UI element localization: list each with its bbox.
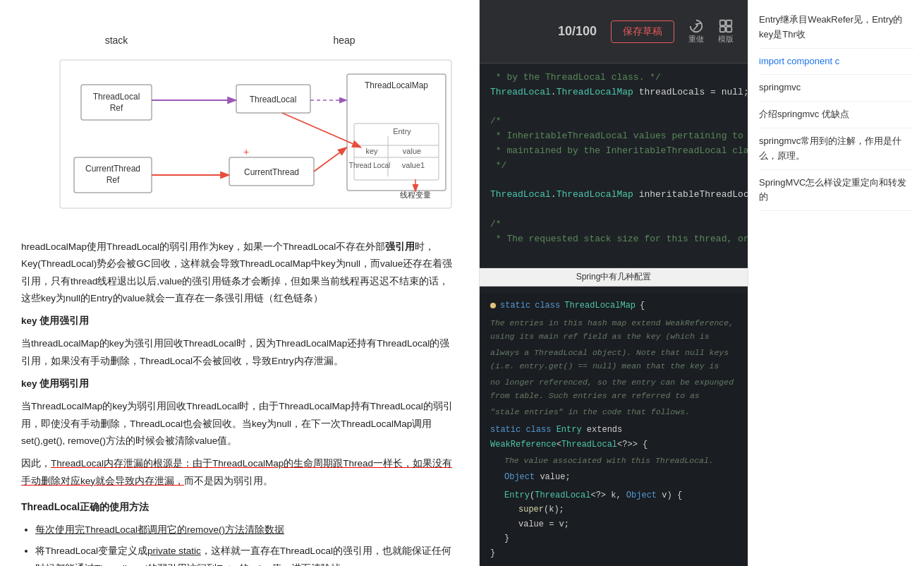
code-line-8: /* bbox=[490, 217, 737, 232]
doc-comment-4: "stale entries" in the code that follows… bbox=[490, 405, 737, 419]
code-line-blank3 bbox=[490, 203, 737, 217]
object-value-line: Object value; bbox=[504, 470, 737, 484]
svg-text:CurrentThread: CurrentThread bbox=[244, 167, 299, 177]
spring-label: Spring中有几种配置 bbox=[480, 268, 748, 287]
svg-rect-32 bbox=[720, 27, 725, 32]
right-item-springmvc-redirect[interactable]: SpringMVC怎么样设定重定向和转发的 bbox=[759, 170, 913, 212]
static-class-block: static class ThreadLocalMap { The entrie… bbox=[480, 293, 748, 566]
threadlocal-diagram: stack heap ThreadLocal Ref ThreadLocal T… bbox=[21, 7, 458, 226]
svg-text:Entry: Entry bbox=[393, 127, 411, 136]
svg-text:+: + bbox=[243, 146, 249, 157]
close-brace-2: } bbox=[490, 546, 737, 560]
svg-text:value: value bbox=[403, 147, 421, 155]
diagram-container: stack heap ThreadLocal Ref ThreadLocal T… bbox=[21, 7, 458, 228]
code-line-9: * The requested stack size for this thre… bbox=[490, 232, 737, 247]
para2: 当threadLocalMap的key为强引用回收ThreadLocal时，因为… bbox=[21, 335, 458, 370]
code-line-blank2 bbox=[490, 174, 737, 188]
static-keyword: static bbox=[500, 299, 530, 313]
right-item-springmvc[interactable]: springmvc bbox=[759, 75, 913, 102]
entry-constructor: Entry(ThreadLocal<?> k, Object v) { bbox=[504, 488, 737, 502]
usage-list: 每次使用完ThreadLocal都调用它的remove()方法清除数据 将Thr… bbox=[21, 522, 458, 566]
close-brace-1: } bbox=[504, 531, 737, 546]
heap-label: heap bbox=[333, 35, 355, 46]
text-content: hreadLocalMap使用ThreadLocal的弱引用作为key，如果一个… bbox=[21, 239, 458, 566]
svg-text:ThreadLocal: ThreadLocal bbox=[93, 92, 140, 102]
svg-rect-30 bbox=[720, 20, 725, 25]
svg-text:key: key bbox=[365, 147, 378, 155]
yellow-dot bbox=[490, 303, 496, 308]
svg-rect-31 bbox=[727, 20, 731, 25]
svg-text:Ref: Ref bbox=[110, 103, 123, 113]
right-panel: Entry继承目WeakRefer见，Entry的key是Thr收 import… bbox=[748, 0, 924, 566]
value-v-line: value = v; bbox=[518, 517, 737, 531]
threadlocalmap-name: ThreadLocalMap bbox=[564, 299, 636, 313]
svg-text:线程变量: 线程变量 bbox=[400, 191, 431, 199]
para3: 当ThreadLocalMap的key为弱引用回收ThreadLocal时，由于… bbox=[21, 398, 458, 450]
right-item-1: Entry继承目WeakRefer见，Entry的key是Thr收 bbox=[759, 7, 913, 49]
svg-text:Ref: Ref bbox=[107, 175, 120, 185]
doc-comment-3: no longer referenced, so the entry can b… bbox=[490, 375, 737, 403]
code-line-4: * InheritableThreadLocal values pertaini… bbox=[490, 129, 737, 144]
top-toolbar: 10/100 保存草稿 重做 模版 bbox=[480, 0, 748, 64]
code-line-2: ThreadLocal.ThreadLocalMap threadLocals … bbox=[490, 85, 737, 100]
entry-value-doc: The value associated with this ThreadLoc… bbox=[504, 454, 737, 468]
stack-label: stack bbox=[105, 35, 129, 46]
svg-text:ThreadLocal: ThreadLocal bbox=[250, 95, 297, 104]
doc-comment-2: always a ThreadLocal object). Note that … bbox=[490, 346, 737, 373]
svg-rect-33 bbox=[727, 27, 731, 32]
bullet1: 每次使用完ThreadLocal都调用它的remove()方法清除数据 bbox=[35, 522, 458, 538]
template-button[interactable]: 模版 bbox=[718, 18, 734, 44]
code-line-7: ThreadLocal.ThreadLocalMap inheritableTh… bbox=[490, 188, 737, 203]
left-panel: stack heap ThreadLocal Ref ThreadLocal T… bbox=[0, 0, 480, 566]
svg-text:CurrentThread: CurrentThread bbox=[85, 164, 140, 174]
right-item-springmvc-annotations[interactable]: springmvc常用到的注解，作用是什么，原理。 bbox=[759, 128, 913, 170]
doc-comment-1: The entries in this hash map extend Weak… bbox=[490, 316, 737, 344]
svg-text:ThreadLocalMap: ThreadLocalMap bbox=[365, 80, 428, 90]
para4: 因此，ThreadLocal内存泄漏的根源是：由于ThreadLocalMap的… bbox=[21, 455, 458, 490]
para1: hreadLocalMap使用ThreadLocal的弱引用作为key，如果一个… bbox=[21, 239, 458, 307]
svg-text:value1: value1 bbox=[402, 161, 425, 169]
static-header: static class ThreadLocalMap { bbox=[490, 299, 737, 313]
para4-underline: ThreadLocal内存泄漏的根源是：由于ThreadLocalMap的生命周… bbox=[21, 458, 452, 486]
svg-line-25 bbox=[314, 148, 346, 171]
code-line-3: /* bbox=[490, 114, 737, 129]
counter: 10/100 bbox=[558, 24, 597, 39]
code-line-1: * by the ThreadLocal class. */ bbox=[490, 71, 737, 85]
code-line-5: * maintained by the InheritableThreadLoc… bbox=[490, 144, 737, 159]
code-line-6: */ bbox=[490, 159, 737, 174]
middle-panel: 10/100 保存草稿 重做 模版 * by the ThreadLocal c… bbox=[480, 0, 748, 566]
entry-class-line: static class Entry extends WeakReference… bbox=[490, 423, 737, 452]
right-item-springmvc-intro[interactable]: 介绍springmvc 优缺点 bbox=[759, 102, 913, 128]
redo-button[interactable]: 重做 bbox=[688, 18, 704, 44]
svg-rect-0 bbox=[81, 85, 152, 120]
code-line-blank1 bbox=[490, 100, 737, 115]
bullet2: 将ThreadLocal变量定义成private static，这样就一直存在T… bbox=[35, 543, 458, 566]
super-k-line: super(k); bbox=[518, 502, 737, 517]
key-strong-label: key 使用强引用 bbox=[21, 313, 458, 330]
save-draft-button[interactable]: 保存草稿 bbox=[611, 20, 674, 43]
right-item-2[interactable]: import component c bbox=[759, 49, 913, 76]
svg-text:Thread Local: Thread Local bbox=[349, 162, 390, 169]
key-weak-label: key 使用弱引用 bbox=[21, 375, 458, 392]
code-area-top[interactable]: * by the ThreadLocal class. */ ThreadLoc… bbox=[480, 64, 748, 268]
class-keyword: class bbox=[535, 299, 560, 313]
usage-title: ThreadLocal正确的使用方法 bbox=[21, 498, 458, 516]
